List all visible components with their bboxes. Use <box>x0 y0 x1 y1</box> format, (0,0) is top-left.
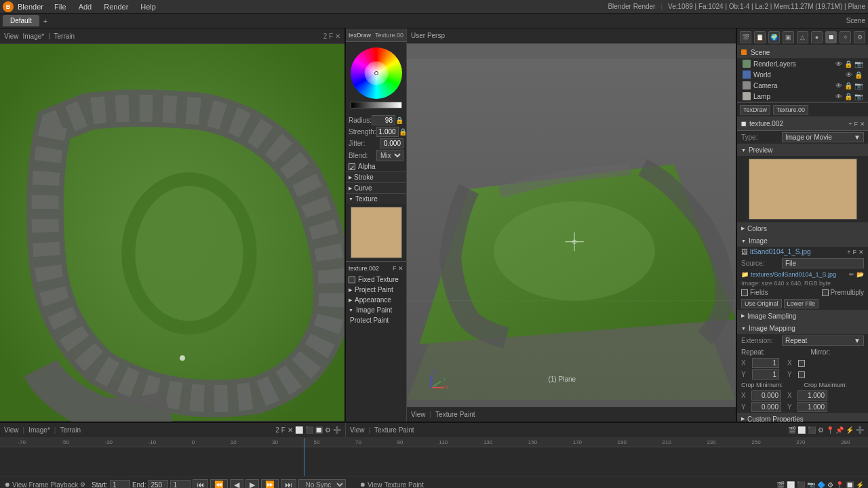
next-frame-btn[interactable]: ⏩ <box>261 479 279 489</box>
tab-default[interactable]: Default <box>3 15 39 26</box>
stroke-section-header[interactable]: ▶ Stroke <box>346 171 406 182</box>
source-select[interactable]: File <box>782 258 864 268</box>
timeline-playhead[interactable] <box>304 438 304 476</box>
frame-label-playback[interactable]: Frame <box>29 481 49 489</box>
source-path-browse-btn[interactable]: 📂 <box>856 271 864 278</box>
color-wheel[interactable] <box>351 47 402 99</box>
sync-select[interactable]: No Sync <box>298 479 346 489</box>
texture-icon-btn[interactable]: 🔲 <box>825 31 837 43</box>
file-add-btn[interactable]: + <box>847 249 850 256</box>
particles-icon-btn[interactable]: ✧ <box>840 31 851 43</box>
lower-file-btn[interactable]: Lower File <box>784 299 819 308</box>
tex-draw-toolbar-label[interactable]: TexDraw <box>740 105 770 115</box>
mirror-x-checkbox[interactable] <box>798 360 805 367</box>
file-close-btn[interactable]: ✕ <box>859 249 864 256</box>
image-paint-row[interactable]: ▼ Image Paint <box>346 305 406 315</box>
scene-item-world[interactable]: World 👁 🔒 <box>737 69 868 80</box>
left-view-btn[interactable]: View <box>4 33 19 40</box>
texture-paint-btn-bottom[interactable]: Texture Paint <box>384 481 424 489</box>
fields-checkbox[interactable] <box>741 289 748 296</box>
material-icon-btn[interactable]: ● <box>811 31 823 43</box>
view-btn-playback[interactable]: View <box>12 481 27 489</box>
image-sampling-header[interactable]: ▶ Image Sampling <box>737 310 868 322</box>
repeat-y-input[interactable] <box>752 369 779 380</box>
crop-min-y-input[interactable] <box>751 402 781 412</box>
color-value-bar[interactable] <box>351 102 402 108</box>
physics-icon-btn[interactable]: ⚙ <box>854 31 865 43</box>
scene-section-header[interactable]: Scene <box>737 46 868 58</box>
texture-paint-mode-btn[interactable]: Texture Paint <box>435 411 475 418</box>
radius-lock-btn[interactable]: 🔒 <box>395 117 403 124</box>
radius-value[interactable]: 98 <box>372 115 395 125</box>
timeline-f-btn[interactable]: F <box>281 426 285 434</box>
scene-item-camera[interactable]: Camera 👁 🔒 📷 <box>737 80 868 91</box>
alpha-checkbox[interactable]: ✓ <box>349 163 355 170</box>
timeline-terrain-btn[interactable]: Terrain <box>60 426 81 434</box>
scene-item-renderlayers[interactable]: RenderLayers 👁 🔒 📷 <box>737 58 868 69</box>
center-view-btn[interactable]: View <box>411 411 426 418</box>
play-reverse-btn[interactable]: ◀ <box>230 479 243 489</box>
object-icon-btn[interactable]: ▣ <box>783 31 794 43</box>
crop-min-x-input[interactable] <box>751 390 781 401</box>
current-frame-input[interactable] <box>170 480 191 489</box>
menu-render[interactable]: Render <box>101 2 131 12</box>
mirror-y-checkbox[interactable] <box>798 371 805 378</box>
colors-section-header[interactable]: ▶ Colors <box>737 222 868 235</box>
camera-eye-icon[interactable]: 👁 🔒 📷 <box>835 82 863 89</box>
prev-frame-btn[interactable]: ⏪ <box>210 479 228 489</box>
appearance-row[interactable]: ▶ Appearance <box>346 295 406 305</box>
texture-paint-btn2[interactable]: Texture Paint <box>374 426 414 434</box>
start-frame-input[interactable] <box>110 480 130 489</box>
renderlayers-eye-icon[interactable]: 👁 🔒 📷 <box>835 60 863 68</box>
world-eye-icon[interactable]: 👁 🔒 <box>846 71 863 79</box>
repeat-x-input[interactable] <box>752 358 779 368</box>
play-btn[interactable]: ▶ <box>245 479 259 489</box>
playback-label[interactable]: Playback <box>50 481 78 489</box>
center-view-btn-bottom[interactable]: View <box>368 481 382 489</box>
texture-002-add-btn[interactable]: + <box>848 121 852 127</box>
curve-section-header[interactable]: ▶ Curve <box>346 182 406 193</box>
source-path[interactable]: textures/SoilSand0104_1_S.jpg <box>751 271 847 278</box>
file-pin-btn[interactable]: F <box>853 249 857 256</box>
crop-max-y-input[interactable] <box>797 402 827 412</box>
status-icon-render[interactable]: 📷 <box>807 481 815 489</box>
center-viewport-canvas[interactable]: (1) Plane Y X Z View | Texture Paint <box>407 43 736 422</box>
custom-props-header[interactable]: ▶ Custom Properties <box>737 413 868 422</box>
scene-item-lamp[interactable]: Lamp 👁 🔒 📷 <box>737 91 868 102</box>
world-icon-btn[interactable]: 🌍 <box>768 31 780 43</box>
left-viewport-canvas[interactable] <box>0 43 344 422</box>
texture-section-header[interactable]: ▼ Texture <box>346 193 406 204</box>
image-section-header[interactable]: ▼ Image <box>737 235 868 247</box>
crop-max-x-input[interactable] <box>797 390 827 401</box>
timeline-close-btn[interactable]: ✕ <box>288 426 293 434</box>
scene-icon-btn[interactable]: 🎬 <box>740 31 751 43</box>
preview-section-header[interactable]: ▼ Preview <box>737 144 868 156</box>
blend-select[interactable]: Mix <box>376 150 403 161</box>
timeline-ruler-area[interactable]: -70 -50 -30 -10 0 10 30 50 70 90 110 130… <box>0 438 868 476</box>
renderlayers-icon-btn[interactable]: 📋 <box>754 31 766 43</box>
extension-select[interactable]: Repeat ▼ <box>782 336 864 346</box>
image-file-name[interactable]: liSand0104_1_S.jpg <box>750 248 845 256</box>
timeline-view-btn2[interactable]: View <box>350 426 365 434</box>
menu-add[interactable]: Add <box>76 2 95 12</box>
jump-start-btn[interactable]: ⏮ <box>193 479 208 488</box>
texture-00-toolbar-label[interactable]: Texture.00 <box>773 105 808 115</box>
project-paint-row[interactable]: ▶ Project Paint <box>346 285 406 295</box>
lamp-eye-icon[interactable]: 👁 🔒 📷 <box>835 93 863 100</box>
menu-help[interactable]: Help <box>138 2 159 12</box>
left-image-btn[interactable]: Image* <box>23 33 45 40</box>
source-path-edit-btn[interactable]: ✏ <box>849 271 854 278</box>
timeline-image-btn[interactable]: Image* <box>28 426 50 434</box>
jump-end-btn[interactable]: ⏭ <box>281 479 296 488</box>
premultiply-checkbox[interactable] <box>822 289 829 296</box>
texture-002-close-btn[interactable]: ✕ <box>860 121 865 127</box>
mesh-icon-btn[interactable]: △ <box>797 31 808 43</box>
strength-lock-btn[interactable]: 🔒 <box>399 128 407 136</box>
menu-file[interactable]: File <box>52 2 69 12</box>
strength-value[interactable]: 1.000 <box>376 127 399 137</box>
end-frame-input[interactable] <box>148 480 168 489</box>
timeline-view-btn[interactable]: View <box>4 426 19 434</box>
use-original-btn[interactable]: Use Original <box>741 299 782 308</box>
type-select[interactable]: Image or Movie ▼ <box>782 132 864 142</box>
jitter-value[interactable]: 0.000 <box>380 138 403 148</box>
